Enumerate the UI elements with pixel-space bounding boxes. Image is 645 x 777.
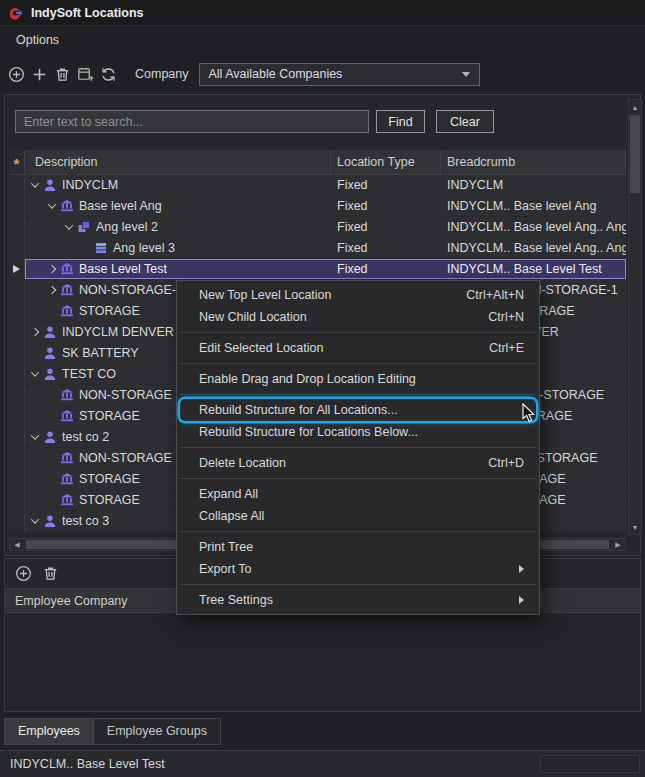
location-icon (60, 451, 74, 465)
add-circle-button[interactable] (6, 64, 27, 85)
search-input[interactable] (15, 110, 369, 133)
scroll-down-icon[interactable]: ▼ (629, 520, 641, 534)
employees-grid-empty (5, 613, 640, 710)
menu-item[interactable]: Edit Selected LocationCtrl+E (180, 337, 536, 359)
row-indicator-gutter (9, 238, 25, 258)
menu-item[interactable]: Tree Settings (180, 589, 536, 611)
row-indicator-gutter (9, 469, 25, 489)
chevron-down-icon[interactable] (61, 224, 77, 230)
menu-item[interactable]: Print Tree (180, 536, 536, 558)
menu-item[interactable]: Enable Drag and Drop Location Editing (180, 368, 536, 390)
company-icon (43, 430, 57, 444)
row-indicator-gutter (9, 490, 25, 510)
title-bar: IndySoft Locations (0, 0, 645, 26)
refresh-button[interactable] (98, 64, 119, 85)
row-indicator-gutter (9, 259, 25, 279)
location-icon (60, 388, 74, 402)
chevron-right-icon[interactable] (44, 266, 60, 272)
chevron-right-icon[interactable] (27, 329, 43, 335)
app-logo-icon (7, 5, 23, 21)
menu-item[interactable]: New Top Level LocationCtrl+Alt+N (180, 284, 536, 306)
chevron-down-icon[interactable] (27, 182, 43, 188)
column-header-empty (542, 589, 640, 612)
company-icon (43, 367, 57, 381)
menu-item[interactable]: Rebuild Structure for All Locations... (180, 399, 536, 421)
location-name: INDYCLM (62, 178, 118, 192)
breadcrumb-cell: INDYCLM.. Base Level Test (441, 259, 626, 279)
menu-item-label: Expand All (199, 487, 524, 501)
delete-button[interactable] (52, 64, 73, 85)
company-label: Company (135, 67, 189, 81)
menu-item-label: Enable Drag and Drop Location Editing (199, 372, 524, 386)
chevron-down-icon[interactable] (44, 203, 60, 209)
tree-row[interactable]: Base level AngFixedINDYCLM.. Base level … (9, 196, 626, 217)
tab-employees[interactable]: Employees (4, 718, 94, 745)
location-icon (60, 304, 74, 318)
scroll-right-icon[interactable]: ▶ (611, 539, 625, 550)
tree-row[interactable]: INDYCLMFixedINDYCLM (9, 175, 626, 196)
vertical-scrollbar-thumb[interactable] (630, 115, 640, 193)
scroll-left-icon[interactable]: ◀ (10, 539, 24, 550)
location-icon (60, 199, 74, 213)
row-indicator-gutter (9, 280, 25, 300)
menu-item[interactable]: Collapse All (180, 505, 536, 527)
menu-item[interactable]: Rebuild Structure for Locations Below... (180, 421, 536, 443)
location-type-cell: Fixed (331, 196, 441, 216)
menu-item[interactable]: Delete LocationCtrl+D (180, 452, 536, 474)
menu-item-shortcut: Ctrl+N (488, 310, 524, 324)
menu-separator (180, 363, 536, 364)
location-name: STORAGE (79, 493, 140, 507)
location-type-cell: Fixed (331, 175, 441, 195)
find-button[interactable]: Find (376, 110, 425, 133)
menu-item[interactable]: Export To (180, 558, 536, 580)
chevron-down-icon[interactable] (27, 434, 43, 440)
menu-item-label: Collapse All (199, 509, 524, 523)
menu-item[interactable]: New Child LocationCtrl+N (180, 306, 536, 328)
chevron-down-icon[interactable] (27, 518, 43, 524)
tab-employee-groups[interactable]: Employee Groups (93, 718, 221, 745)
delete-icon (53, 65, 72, 84)
location-icon (60, 409, 74, 423)
tree-row[interactable]: Base Level TestFixedINDYCLM.. Base Level… (9, 259, 626, 280)
chevron-right-icon[interactable] (44, 287, 60, 293)
location-name: STORAGE (79, 472, 140, 486)
menu-item[interactable]: Expand All (180, 483, 536, 505)
menu-item-shortcut: Ctrl+E (489, 341, 524, 355)
column-header-description[interactable]: Description (25, 150, 331, 174)
location-name: TEST CO (62, 367, 116, 381)
column-header-location-type[interactable]: Location Type (331, 150, 441, 174)
clear-button[interactable]: Clear (436, 110, 494, 133)
breadcrumb-cell: INDYCLM.. Base level Ang.. Ang level 3 (441, 238, 626, 258)
employee-add-circle-button[interactable] (13, 563, 34, 584)
menu-item-label: Tree Settings (199, 593, 499, 607)
column-header-breadcrumb[interactable]: Breadcrumb (441, 150, 626, 174)
add-button[interactable] (29, 64, 50, 85)
tree-row[interactable]: Ang level 3FixedINDYCLM.. Base level Ang… (9, 238, 626, 259)
row-indicator-gutter (9, 406, 25, 426)
scroll-up-icon[interactable]: ▲ (629, 100, 641, 114)
row-indicator-gutter (9, 364, 25, 384)
add-calendar-button[interactable] (75, 64, 96, 85)
delete-icon (41, 564, 60, 583)
new-row-indicator-cell: * (9, 150, 25, 174)
location-name: NON-STORAGE (79, 388, 172, 402)
submenu-arrow-icon (519, 565, 524, 573)
location-icon (60, 262, 74, 276)
add-calendar-icon (76, 65, 95, 84)
location-icon (60, 283, 74, 297)
location-type-cell: Fixed (331, 259, 441, 279)
row-indicator-gutter (9, 448, 25, 468)
tree-row[interactable]: Ang level 2FixedINDYCLM.. Base level Ang… (9, 217, 626, 238)
company-dropdown[interactable]: All Available Companies (199, 63, 480, 86)
row-indicator-gutter (9, 343, 25, 363)
row-indicator-gutter (9, 322, 25, 342)
chevron-down-icon[interactable] (27, 371, 43, 377)
employee-delete-button[interactable] (40, 563, 61, 584)
menu-item-label: New Child Location (199, 310, 468, 324)
location-name: test co 2 (62, 430, 109, 444)
description-cell: Ang level 3 (25, 238, 331, 258)
vertical-scrollbar[interactable]: ▲ ▼ (628, 99, 642, 535)
menu-separator (180, 478, 536, 479)
menu-options[interactable]: Options (10, 30, 65, 50)
menu-separator (180, 584, 536, 585)
